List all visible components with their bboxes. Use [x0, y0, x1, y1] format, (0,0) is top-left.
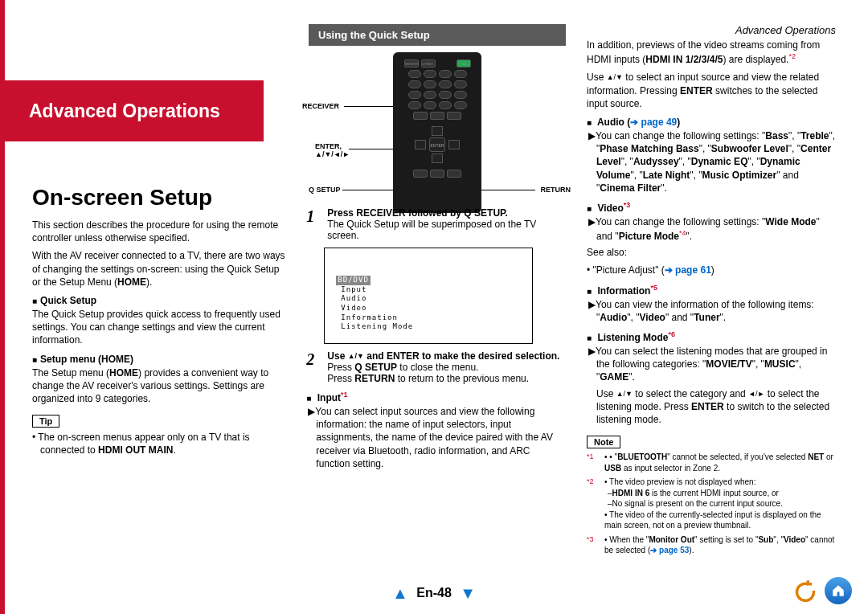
intro-2: With the AV receiver connected to a TV, …: [32, 249, 287, 289]
tip-label: Tip: [32, 415, 59, 428]
step-1: 1 Press RECEIVER followed by Q SETUP. Th…: [306, 207, 561, 241]
step2-head: Use ▲/▼ and ENTER to make the desired se…: [327, 350, 559, 362]
quick-setup-text: The Quick Setup provides quick access to…: [32, 308, 287, 347]
tip-bullet: The on-screen menus appear only on a TV …: [32, 431, 287, 456]
step1-head: Press RECEIVER followed by Q SETUP.: [327, 207, 508, 219]
osd-item: Input: [336, 285, 413, 295]
subhead-quick-setup: Quick Setup: [32, 295, 287, 306]
home-button[interactable]: [825, 577, 852, 604]
step-num-2: 2: [306, 350, 321, 384]
step-num-1: 1: [306, 207, 321, 241]
input-body: ▶You can select input sources and view t…: [306, 405, 561, 470]
leader-line: [344, 106, 394, 107]
step-2: 2 Use ▲/▼ and ENTER to make the desired …: [306, 350, 561, 384]
use-updown-para: Use ▲/▼ to select an input source and vi…: [587, 71, 836, 110]
quick-setup-bar: Using the Quick Setup: [309, 24, 566, 46]
page-footer: ▲ En-48 ▼: [0, 584, 868, 603]
label-enter: ENTER,: [315, 142, 342, 150]
step2-line2: Press RETURN to return to the previous m…: [327, 373, 561, 384]
subhead-setup-menu: Setup menu (HOME): [32, 354, 287, 365]
intro-1: This section describes the procedure for…: [32, 219, 287, 244]
running-header: Advanced Operations: [735, 24, 836, 36]
label-receiver: RECEIVER: [302, 102, 339, 110]
chapter-header: Advanced Operations: [5, 80, 264, 141]
osd-item: Information: [336, 313, 413, 323]
osd-preview: BD/DVD Input Audio Video Information Lis…: [324, 248, 533, 344]
column-1: On-screen Setup This section describes t…: [32, 185, 287, 473]
column-3-spacer: [581, 185, 836, 473]
next-page-icon[interactable]: ▼: [460, 584, 476, 602]
osd-item: Listening Mode: [336, 322, 413, 332]
section-title: On-screen Setup: [32, 185, 287, 211]
step1-body: The Quick Setup will be superimposed on …: [327, 219, 561, 241]
chapter-title: Advanced Operations: [29, 100, 220, 122]
prev-page-icon[interactable]: ▲: [392, 584, 408, 602]
subhead-audio: Audio (➔ page 49): [587, 117, 836, 128]
back-button[interactable]: [792, 577, 820, 604]
osd-item: Video: [336, 304, 413, 313]
subhead-input: Input*1: [306, 391, 561, 403]
setup-menu-text: The Setup menu (HOME) provides a conveni…: [32, 366, 287, 406]
hdmi-preview-para: In addition, previews of the video strea…: [587, 39, 836, 66]
label-arrows: ▲/▼/◄/►: [315, 150, 350, 158]
step2-line1: Press Q SETUP to close the menu.: [327, 362, 561, 373]
link-page53[interactable]: ➔ page 53: [650, 546, 689, 555]
link-page49[interactable]: ➔ page 49: [630, 117, 677, 128]
page-number: En-48: [416, 586, 452, 600]
column-2: 1 Press RECEIVER followed by Q SETUP. Th…: [306, 201, 561, 473]
osd-title: BD/DVD: [336, 276, 371, 285]
osd-item: Audio: [336, 294, 413, 304]
